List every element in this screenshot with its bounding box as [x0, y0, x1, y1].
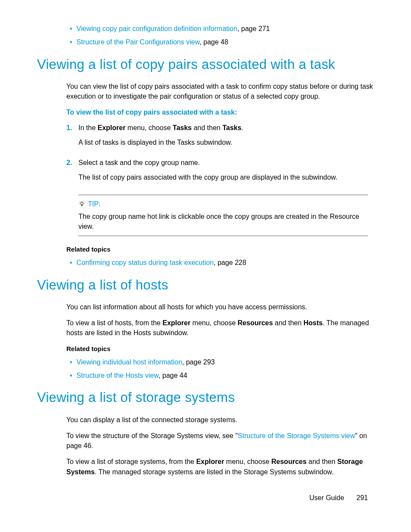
page-ref: , page 44 [159, 372, 187, 379]
footer-page-number: 291 [356, 494, 368, 501]
list-item: • Viewing copy pair configuration defini… [70, 24, 374, 34]
footer-label: User Guide [309, 494, 344, 501]
lightbulb-icon [78, 201, 85, 208]
tip-box: TIP: The copy group name hot link is cli… [78, 195, 368, 236]
step-result: A list of tasks is displayed in the Task… [78, 138, 374, 147]
section-heading: Viewing a list of hosts [37, 276, 374, 294]
procedure-title: To view the list of copy pairs associate… [66, 108, 374, 117]
intro-text: You can display a list of the connected … [66, 415, 374, 425]
page-ref: , page 228 [214, 259, 246, 266]
bullet-icon: • [70, 258, 72, 268]
tip-text: The copy group name hot link is clickabl… [78, 212, 368, 231]
top-related-list: • Viewing copy pair configuration defini… [70, 24, 374, 47]
list-item: • Viewing individual host information, p… [70, 358, 374, 367]
page-footer: User Guide 291 [309, 493, 368, 503]
related-link[interactable]: Viewing copy pair configuration definiti… [77, 25, 237, 32]
step-item: 2. Select a task and the copy group name… [66, 158, 374, 188]
tip-label: TIP: [88, 199, 100, 209]
page-ref: , page 271 [237, 25, 270, 32]
intro-text: You can view the list of copy pairs asso… [66, 81, 374, 101]
cross-ref-link[interactable]: Structure of the Storage Systems view [238, 432, 355, 439]
step-text: In the Explorer menu, choose Tasks and t… [78, 123, 374, 133]
bullet-icon: • [70, 371, 72, 380]
related-list: • Viewing individual host information, p… [70, 358, 374, 381]
step-number: 1. [66, 123, 78, 133]
section-heading: Viewing a list of copy pairs associated … [37, 55, 374, 74]
svg-point-0 [81, 202, 83, 205]
body-text: To view a list of hosts, from the Explor… [66, 318, 374, 338]
section-heading: Viewing a list of storage systems [37, 388, 374, 407]
svg-line-7 [84, 201, 84, 202]
bullet-icon: • [70, 37, 72, 47]
page-ref: , page 48 [199, 38, 228, 46]
related-link[interactable]: Structure of the Pair Configurations vie… [77, 38, 199, 46]
bullet-icon: • [70, 24, 72, 34]
body-text: To view a list of storage systems, from … [66, 457, 374, 476]
related-link[interactable]: Confirming copy status during task execu… [77, 259, 214, 266]
page-ref: , page 293 [182, 358, 215, 366]
related-link[interactable]: Structure of the Hosts view [77, 372, 159, 379]
intro-text: You can list information about all hosts… [66, 302, 374, 312]
related-topics-heading: Related topics [66, 245, 374, 254]
bullet-icon: • [70, 358, 72, 367]
svg-line-6 [80, 201, 80, 202]
related-list: • Confirming copy status during task exe… [70, 258, 374, 268]
body-text: To view the structure of the Storage Sys… [66, 431, 374, 451]
step-text: Select a task and the copy group name. [78, 158, 374, 168]
list-item: • Structure of the Pair Configurations v… [70, 37, 374, 47]
related-topics-heading: Related topics [66, 344, 374, 353]
step-item: 1. In the Explorer menu, choose Tasks an… [66, 123, 374, 153]
list-item: • Structure of the Hosts view, page 44 [70, 371, 374, 380]
list-item: • Confirming copy status during task exe… [70, 258, 374, 268]
step-result: The list of copy pairs associated with t… [78, 173, 374, 182]
step-number: 2. [66, 158, 78, 168]
related-link[interactable]: Viewing individual host information [77, 358, 182, 366]
